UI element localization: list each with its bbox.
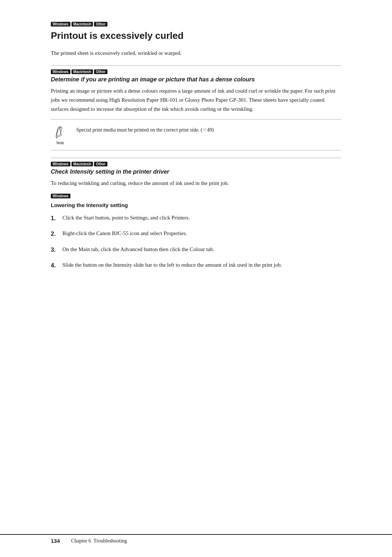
svg-marker-3 (56, 137, 58, 139)
badge-other: Other (94, 22, 107, 27)
section1-divider (51, 65, 341, 66)
section1-body: Printing an image or picture with a dens… (51, 86, 341, 113)
section1-badge-macintosh: Macintosh (72, 69, 93, 74)
section1-title: Determine if you are printing an image o… (51, 76, 341, 83)
badge-windows-only: Windows (51, 194, 70, 198)
footer-page-number: 134 (51, 538, 65, 544)
section2-badge-windows: Windows (51, 162, 70, 166)
section2-title: Check Intensity setting in the printer d… (51, 169, 341, 175)
page-footer: 134 Chapter 6 Troubleshooting (0, 534, 392, 544)
section1-os-badges: Windows Macintosh Other (51, 69, 341, 74)
windows-only-badges: Windows (51, 194, 341, 198)
subsection-title: Lowering the Intensity setting (51, 202, 341, 208)
step-3-number: 3. (51, 245, 59, 255)
step-3-text: On the Main tab, click the Advanced butt… (62, 245, 341, 254)
badge-macintosh: Macintosh (72, 22, 93, 27)
step-1-text: Click the Start button, point to Setting… (62, 213, 341, 222)
step-2-number: 2. (51, 229, 59, 239)
section2-divider (51, 158, 341, 158)
intro-text: The printed sheet is excessively curled,… (51, 49, 341, 57)
step-4-number: 4. (51, 261, 59, 270)
note-text: Special print media must be printed on t… (76, 125, 214, 134)
steps-list: 1. Click the Start button, point to Sett… (51, 213, 341, 271)
step-4: 4. Slide the button on the Intensity sli… (51, 261, 341, 270)
note-box: Note Special print media must be printed… (51, 119, 341, 150)
step-2: 2. Right-click the Canon BJC-55 icon and… (51, 229, 341, 239)
footer-chapter-label: Chapter 6 Troubleshooting (71, 538, 127, 544)
step-1: 1. Click the Start button, point to Sett… (51, 213, 341, 223)
step-3: 3. On the Main tab, click the Advanced b… (51, 245, 341, 255)
section2-body: To reducing wrinkling and curling, reduc… (51, 179, 341, 188)
step-1-number: 1. (51, 213, 59, 223)
section2-os-badges: Windows Macintosh Other (51, 162, 341, 166)
svg-rect-4 (58, 127, 61, 129)
note-icon (53, 125, 68, 140)
section2-badge-macintosh: Macintosh (72, 162, 93, 166)
note-icon-area: Note (51, 125, 70, 145)
page-title: Printout is excessively curled (51, 30, 341, 41)
section1-badge-other: Other (94, 69, 107, 74)
page: Windows Macintosh Other Printout is exce… (0, 0, 392, 557)
badge-windows: Windows (51, 22, 70, 27)
step-2-text: Right-click the Canon BJC-55 icon and se… (62, 229, 341, 238)
top-os-badges: Windows Macintosh Other (51, 22, 341, 27)
section1-badge-windows: Windows (51, 69, 70, 74)
section2-badge-other: Other (94, 162, 107, 166)
note-label: Note (56, 141, 64, 145)
step-4-text: Slide the button on the Intensity slide … (62, 261, 341, 270)
footer-chapter: Chapter 6 (71, 538, 91, 544)
footer-section: Troubleshooting (94, 538, 127, 544)
